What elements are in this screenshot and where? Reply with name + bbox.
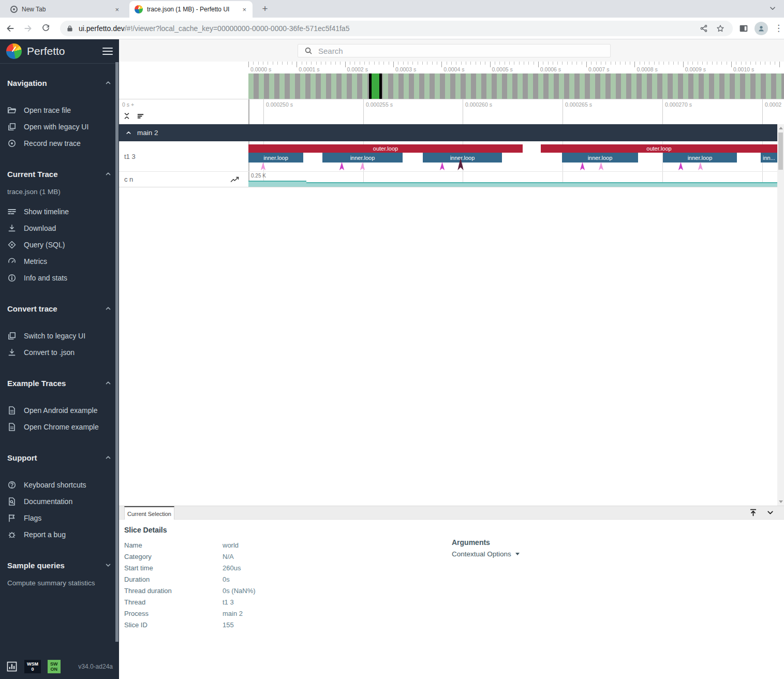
collapse-panel-icon[interactable]: [766, 508, 775, 517]
slice-inner-loop[interactable]: inn...: [761, 153, 777, 163]
timeline-vertical-scrollbar[interactable]: [777, 124, 784, 506]
slice-inner-loop[interactable]: inner.loop: [663, 153, 737, 163]
slice-outer-loop[interactable]: outer.loop: [541, 144, 777, 153]
thread-track-canvas[interactable]: outer.loopouter.loopinner.loopinner.loop…: [248, 141, 777, 171]
sidebar-item-download[interactable]: Download: [0, 220, 119, 237]
chevron-up-icon[interactable]: [105, 379, 112, 387]
flow-arrow[interactable]: [677, 162, 684, 170]
flow-arrow[interactable]: [260, 162, 267, 170]
thread-track-label[interactable]: t1 3: [119, 141, 248, 171]
flow-arrow[interactable]: [697, 162, 704, 170]
sidebar-item-query-sql-[interactable]: Query (SQL): [0, 237, 119, 253]
slice-inner-loop[interactable]: inner.loop: [248, 153, 303, 163]
browser-menu-icon[interactable]: ⋮: [774, 23, 782, 34]
section-header[interactable]: Convert trace: [0, 303, 119, 314]
counter-track-canvas[interactable]: 0.25 K: [248, 172, 777, 187]
side-panel-icon[interactable]: [739, 24, 748, 33]
slice-inner-loop[interactable]: inner.loop: [322, 153, 403, 163]
tab-search-chevron-icon[interactable]: [768, 4, 777, 12]
section-subtitle[interactable]: trace.json (1 MB): [0, 188, 119, 197]
hamburger-menu-icon[interactable]: [102, 48, 113, 55]
sidebar-item-show-timeline[interactable]: Show timeline: [0, 203, 119, 220]
chevron-down-icon[interactable]: [105, 562, 112, 569]
search-box[interactable]: [298, 44, 611, 57]
sidebar-item-report-a-bug[interactable]: Report a bug: [0, 526, 119, 543]
sidebar-item-documentation[interactable]: Documentation: [0, 493, 119, 510]
search-input[interactable]: [318, 47, 604, 55]
close-tab-icon[interactable]: ×: [241, 6, 247, 13]
sidebar-item-open-with-legacy-ui[interactable]: Open with legacy UI: [0, 119, 119, 135]
section-title: Current Trace: [7, 170, 58, 179]
ruler-tick: [756, 62, 756, 65]
flow-arrow[interactable]: [579, 162, 586, 170]
close-tab-icon[interactable]: ×: [114, 6, 120, 13]
chevron-up-icon[interactable]: [105, 305, 112, 312]
sidebar-item-keyboard-shortcuts[interactable]: Keyboard shortcuts: [0, 477, 119, 493]
process-group-header[interactable]: main 2: [119, 124, 777, 141]
stats-chart-icon[interactable]: [6, 661, 18, 672]
refresh-icon[interactable]: [38, 21, 53, 36]
sidebar-item-switch-to-legacy-ui[interactable]: Switch to legacy UI: [0, 328, 119, 344]
expand-panel-icon[interactable]: [749, 508, 758, 517]
section-header[interactable]: Current Trace: [0, 169, 119, 179]
slice-outer-loop[interactable]: outer.loop: [248, 144, 523, 153]
sidebar-item-open-chrome-example[interactable]: Open Chrome example: [0, 419, 119, 435]
scrollbar-thumb[interactable]: [778, 132, 783, 170]
ruler-tick: [447, 62, 447, 65]
section-header[interactable]: Navigation: [0, 78, 119, 88]
ruler-tick: [519, 62, 520, 65]
section-items: Keyboard shortcutsDocumentationFlagsRepo…: [0, 477, 119, 543]
forward-icon[interactable]: [21, 21, 35, 36]
detail-value: main 2: [223, 610, 243, 617]
sidebar-item-label: Record new trace: [24, 139, 81, 147]
section-header[interactable]: Example Traces: [0, 378, 119, 388]
scroll-down-icon[interactable]: [779, 500, 783, 503]
tab-new-tab[interactable]: New Tab ×: [5, 2, 125, 17]
sidebar-item-metrics[interactable]: Metrics: [0, 253, 119, 270]
flow-arrow[interactable]: [598, 162, 604, 170]
url-bar[interactable]: ui.perfetto.dev/#!/viewer?local_cache_ke…: [60, 21, 733, 36]
browser-toolbar: ui.perfetto.dev/#!/viewer?local_cache_ke…: [0, 18, 784, 39]
sidebar-item-open-trace-file[interactable]: Open trace file: [0, 102, 119, 119]
chevron-up-icon[interactable]: [105, 454, 112, 461]
back-icon[interactable]: [3, 21, 18, 36]
tab-perfetto[interactable]: trace.json (1 MB) - Perfetto UI ×: [129, 1, 253, 18]
chevron-up-icon[interactable]: [105, 79, 112, 86]
share-icon[interactable]: [700, 24, 708, 33]
section-subtitle[interactable]: Compute summary statistics: [0, 579, 119, 588]
chevron-up-icon[interactable]: [105, 170, 112, 178]
section-header[interactable]: Sample queries: [0, 560, 119, 570]
section-header[interactable]: Support: [0, 452, 119, 463]
flow-arrow[interactable]: [338, 162, 345, 170]
sidebar-item-label: Download: [24, 224, 56, 232]
scroll-up-icon[interactable]: [779, 127, 783, 129]
sidebar-scrollbar[interactable]: [115, 62, 119, 642]
sidebar-item-open-android-example[interactable]: Open Android example: [0, 402, 119, 419]
counter-track-label[interactable]: c n: [119, 172, 248, 187]
sidebar-item-convert-to-json[interactable]: Convert to .json: [0, 344, 119, 361]
flow-arrow-selected[interactable]: [456, 158, 465, 170]
collapse-group-icon[interactable]: [125, 129, 132, 136]
ruler-tick: [480, 62, 481, 65]
help-icon: [7, 480, 17, 490]
sidebar-item-info-and-stats[interactable]: Info and stats: [0, 270, 119, 286]
tracks-viewport: main 2 t1 3 outer.loopouter.loopinner.lo…: [119, 124, 784, 506]
collapse-tracks-icon[interactable]: [123, 112, 130, 120]
track-filter-icon[interactable]: [137, 112, 144, 120]
flag-icon: [7, 513, 17, 523]
sidebar-item-record-new-trace[interactable]: Record new trace: [0, 135, 119, 152]
ruler-tick: [605, 62, 606, 65]
new-tab-button[interactable]: +: [259, 3, 271, 16]
flow-arrow[interactable]: [439, 162, 446, 170]
profile-avatar[interactable]: [755, 22, 768, 35]
timeline-minimap[interactable]: [119, 73, 784, 99]
ruler-tick: [495, 62, 495, 65]
slice-inner-loop[interactable]: inner.loop: [562, 153, 638, 163]
bookmark-star-icon[interactable]: [716, 24, 724, 33]
sidebar-item-flags[interactable]: Flags: [0, 510, 119, 526]
flow-arrow[interactable]: [359, 162, 366, 170]
section-title: Example Traces: [7, 379, 66, 388]
ruler-tick-label: 0.0007 s: [588, 66, 609, 72]
contextual-options-dropdown[interactable]: Contextual Options: [452, 550, 520, 558]
tab-current-selection[interactable]: Current Selection: [124, 506, 174, 520]
